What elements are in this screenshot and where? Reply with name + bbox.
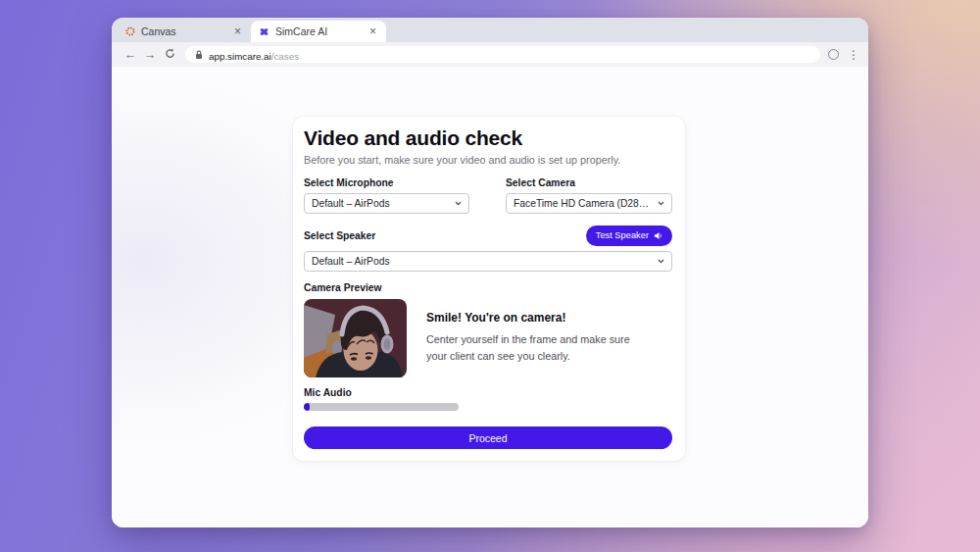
test-speaker-button[interactable]: Test Speaker bbox=[586, 226, 672, 246]
back-icon[interactable]: ← bbox=[121, 48, 140, 62]
camera-preview-row: Smile! You're on camera! Center yourself… bbox=[304, 299, 672, 377]
speaker-value: Default – AirPods bbox=[312, 256, 390, 267]
tab-canvas[interactable]: Canvas × bbox=[118, 21, 251, 42]
camera-select[interactable]: FaceTime HD Camera (D288:CE50) bbox=[506, 193, 672, 214]
chevron-down-icon bbox=[658, 259, 664, 264]
speaker-icon bbox=[654, 231, 662, 240]
speaker-select[interactable]: Default – AirPods bbox=[304, 251, 672, 272]
camera-label: Select Camera bbox=[506, 177, 672, 188]
url-host: app.simcare.ai bbox=[209, 51, 271, 62]
camera-value: FaceTime HD Camera (D288:CE50) bbox=[514, 198, 653, 209]
camera-preview-text: Smile! You're on camera! Center yourself… bbox=[426, 299, 630, 377]
page-title: Video and audio check bbox=[304, 126, 672, 150]
speaker-label: Select Speaker bbox=[304, 230, 375, 241]
device-selects-row: Select Microphone Default – AirPods Sele… bbox=[304, 177, 672, 214]
simcare-logo-icon bbox=[259, 26, 270, 37]
proceed-button[interactable]: Proceed bbox=[304, 427, 672, 449]
tab-canvas-close-icon[interactable]: × bbox=[232, 25, 243, 37]
tab-canvas-label: Canvas bbox=[141, 25, 226, 37]
camera-preview-image bbox=[304, 299, 407, 377]
video-audio-check-card: Video and audio check Before you start, … bbox=[293, 117, 685, 461]
browser-toolbar: ← → app.simcare.ai/cases ⋮ bbox=[112, 42, 868, 67]
page-subtitle: Before you start, make sure your video a… bbox=[304, 154, 672, 166]
browser-window: Canvas × SimCare AI × ← → app bbox=[112, 18, 868, 527]
preview-body: Center yourself in the frame and make su… bbox=[426, 331, 630, 364]
tab-simcare-close-icon[interactable]: × bbox=[368, 25, 378, 37]
lock-icon bbox=[195, 50, 203, 60]
url-path: /cases bbox=[271, 51, 299, 62]
preview-heading: Smile! You're on camera! bbox=[426, 311, 630, 325]
reload-icon[interactable] bbox=[160, 48, 179, 62]
menu-kebab-icon[interactable]: ⋮ bbox=[848, 48, 859, 62]
microphone-value: Default – AirPods bbox=[312, 198, 390, 209]
microphone-select[interactable]: Default – AirPods bbox=[304, 193, 469, 214]
camera-preview-label: Camera Preview bbox=[304, 282, 672, 293]
canvas-logo-icon bbox=[125, 26, 135, 36]
microphone-label: Select Microphone bbox=[304, 177, 469, 188]
test-speaker-label: Test Speaker bbox=[596, 230, 649, 240]
forward-icon[interactable]: → bbox=[140, 48, 160, 62]
tab-simcare-label: SimCare AI bbox=[275, 25, 362, 37]
page-content: Video and audio check Before you start, … bbox=[112, 67, 868, 527]
url-bar[interactable]: app.simcare.ai/cases bbox=[185, 46, 820, 63]
chevron-down-icon bbox=[658, 201, 664, 206]
preview-body-line: Center yourself in the frame and make su… bbox=[426, 331, 630, 348]
profile-icon[interactable] bbox=[828, 49, 839, 60]
speaker-header-row: Select Speaker Test Speaker bbox=[304, 225, 672, 246]
mic-audio-label: Mic Audio bbox=[304, 387, 672, 398]
mic-level-bar bbox=[304, 403, 459, 411]
preview-body-line: your client can see you clearly. bbox=[426, 348, 630, 365]
tab-simcare[interactable]: SimCare AI × bbox=[251, 21, 386, 42]
tab-strip: Canvas × SimCare AI × bbox=[112, 18, 868, 42]
chevron-down-icon bbox=[455, 201, 462, 206]
mic-level-fill bbox=[304, 403, 310, 411]
